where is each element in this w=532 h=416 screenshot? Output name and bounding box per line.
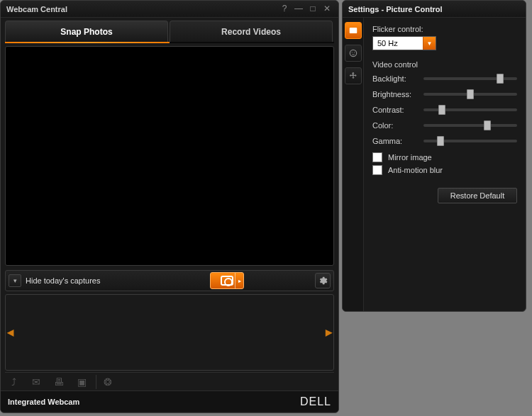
tab-underline — [5, 42, 334, 43]
upload-button[interactable]: ⤴ — [5, 375, 22, 389]
svg-rect-0 — [349, 28, 357, 33]
settings-content: Flicker control: 50 Hz ▼ Video control B… — [364, 18, 526, 311]
slider-thumb[interactable] — [467, 89, 474, 99]
settings-window: Settings - Picture Control Flicker contr… — [342, 0, 526, 312]
gamma-slider-row: Gamma: — [372, 137, 517, 145]
color-slider-row: Color: — [372, 121, 517, 130]
help-button[interactable]: ? — [279, 4, 290, 14]
slider-thumb[interactable] — [438, 105, 445, 115]
backlight-slider-row: Backlight: — [372, 74, 517, 83]
collapse-captures-button[interactable]: ▾ — [9, 274, 21, 287]
brightness-label: Brightness: — [372, 90, 423, 99]
tab-face-tracking[interactable] — [345, 45, 362, 62]
hide-captures-label: Hide today's captures — [26, 276, 100, 285]
contrast-label: Contrast: — [372, 106, 423, 114]
brightness-slider[interactable] — [423, 93, 517, 96]
tab-label: Snap Photos — [60, 27, 112, 37]
tab-label: Record Videos — [221, 27, 281, 37]
slider-thumb[interactable] — [497, 74, 504, 84]
svg-point-3 — [354, 52, 355, 52]
action-row: ⤴ ✉ 🖶 ▣ ❂ — [5, 372, 334, 390]
dropdown-icon: ▼ — [423, 37, 436, 50]
mirror-image-checkbox[interactable] — [372, 152, 382, 162]
svg-point-2 — [351, 52, 352, 52]
effects-button[interactable]: ❂ — [96, 375, 113, 389]
video-control-heading: Video control — [372, 60, 517, 69]
capture-bar: ▾ Hide today's captures ▸ — [5, 270, 334, 291]
settings-category-tabs — [343, 18, 364, 311]
gamma-slider[interactable] — [423, 140, 517, 142]
antimotion-row: Anti-motion blur — [372, 165, 517, 175]
slider-thumb[interactable] — [437, 136, 444, 146]
gamma-label: Gamma: — [372, 137, 423, 145]
face-icon — [348, 48, 358, 58]
open-folder-button[interactable]: ▣ — [73, 375, 90, 389]
footer: Integrated Webcam DELL — [1, 390, 338, 412]
tab-picture-control[interactable] — [345, 22, 362, 39]
settings-title: Settings - Picture Control — [343, 1, 526, 18]
pan-icon — [348, 71, 358, 81]
slider-thumb[interactable] — [484, 120, 491, 130]
gallery-next-button[interactable]: ▶ — [324, 327, 333, 337]
device-label: Integrated Webcam — [8, 398, 79, 406]
tab-record-videos[interactable]: Record Videos — [170, 21, 333, 42]
contrast-slider[interactable] — [423, 108, 517, 111]
brand-logo: DELL — [300, 395, 331, 408]
mode-tabs: Snap Photos Record Videos — [5, 21, 334, 42]
gallery-prev-button[interactable]: ◀ — [6, 327, 15, 337]
email-button[interactable]: ✉ — [28, 375, 45, 389]
mirror-image-row: Mirror image — [372, 152, 517, 162]
picture-icon — [348, 26, 358, 35]
restore-default-button[interactable]: Restore Default — [438, 188, 517, 203]
window-title: Webcam Central — [6, 5, 276, 13]
tab-snap-photos[interactable]: Snap Photos — [5, 21, 168, 42]
capture-button[interactable]: ▸ — [210, 272, 244, 289]
contrast-slider-row: Contrast: — [372, 106, 517, 114]
flicker-value: 50 Hz — [377, 39, 398, 47]
print-button[interactable]: 🖶 — [50, 375, 67, 389]
color-slider[interactable] — [423, 124, 517, 127]
maximize-button[interactable]: □ — [307, 4, 318, 14]
antimotion-label: Anti-motion blur — [388, 166, 443, 174]
camera-preview — [5, 46, 334, 266]
webcam-central-window: Webcam Central ? — □ ✕ Snap Photos Recor… — [0, 0, 339, 413]
titlebar: Webcam Central ? — □ ✕ — [1, 1, 338, 18]
antimotion-checkbox[interactable] — [372, 165, 382, 175]
backlight-label: Backlight: — [372, 74, 423, 83]
mirror-image-label: Mirror image — [388, 153, 432, 162]
color-label: Color: — [372, 121, 423, 130]
backlight-slider[interactable] — [423, 77, 517, 80]
captures-gallery: ◀ ▶ — [5, 294, 334, 371]
brightness-slider-row: Brightness: — [372, 90, 517, 99]
tab-pan-zoom[interactable] — [345, 67, 362, 84]
flicker-select[interactable]: 50 Hz ▼ — [372, 36, 436, 50]
svg-point-1 — [350, 50, 356, 56]
gear-icon — [318, 276, 328, 286]
minimize-button[interactable]: — — [293, 4, 304, 14]
capture-mode-dropdown[interactable]: ▸ — [235, 273, 243, 288]
camera-icon — [221, 276, 233, 286]
settings-button[interactable] — [315, 273, 331, 288]
flicker-label: Flicker control: — [372, 25, 517, 33]
close-button[interactable]: ✕ — [321, 4, 333, 14]
